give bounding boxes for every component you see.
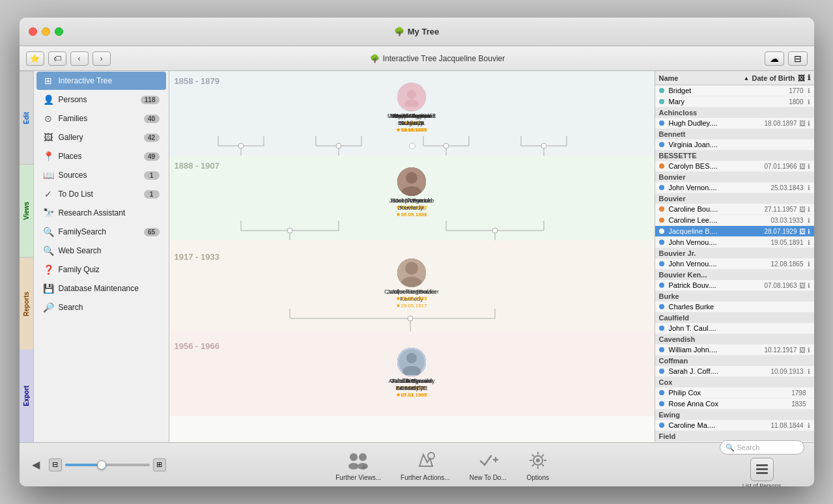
sidebar-tab-views[interactable]: Views — [20, 164, 33, 257]
search-input[interactable]: 🔍 Search — [720, 440, 804, 455]
rp-item-jacqueline-b[interactable]: Jacqueline B.... 28.07.1929 🖼 ℹ — [655, 226, 814, 237]
rp-item-rose-anna-cox[interactable]: Rose Anna Cox 1835 — [655, 399, 814, 410]
further-views-button[interactable]: + Further Views... — [335, 449, 381, 481]
rp-item-john-vernon1[interactable]: John Vernon.... 25.03.1843 ℹ — [655, 182, 814, 193]
svg-line-107 — [542, 464, 544, 466]
person-janet-lee[interactable]: Janet Norton Lee ★03.12.1907 — [386, 167, 438, 210]
rp-item-charles-burke[interactable]: Charles Burke — [655, 301, 814, 313]
breadcrumb-text: Interactive Tree Jacqueline Bouvier — [383, 54, 505, 63]
options-button[interactable]: Options — [526, 449, 550, 481]
sidebar-label-places: Places — [59, 152, 139, 161]
rp-date-mary: 1800 — [789, 98, 803, 105]
new-todo-button[interactable]: New To Do... — [470, 449, 507, 481]
rp-link-bridget[interactable]: ℹ — [808, 87, 810, 94]
sidebar-item-interactive-tree[interactable]: ⊞ Interactive Tree — [36, 72, 166, 90]
sources-icon: 📖 — [43, 170, 53, 180]
right-panel-list[interactable]: Bridget 1770 ℹ Mary 1800 ℹ Achincloss Hu… — [655, 85, 814, 442]
sources-count: 1 — [144, 171, 160, 180]
rp-date-jacqueline-b: 28.07.1929 — [764, 228, 797, 235]
rp-item-patrick-bouv[interactable]: Patrick Bouv.... 07.08.1963 🖼 ℹ — [655, 280, 814, 291]
bookmark-button[interactable]: ⭐ — [26, 51, 44, 66]
rp-link-caroline-lee-bou[interactable]: ℹ — [808, 217, 810, 224]
rp-dot-carolyn-bes — [659, 163, 664, 169]
rp-item-carolyn-bes[interactable]: Carolyn BES.... 07.01.1966 🖼 ℹ — [655, 161, 814, 172]
zoom-in-button[interactable]: ⊞ — [153, 458, 166, 471]
rp-link-sarah-coff[interactable]: ℹ — [808, 368, 810, 375]
list-of-persons-button[interactable] — [750, 458, 774, 481]
rp-link-mary[interactable]: ℹ — [808, 98, 810, 105]
zoom-out-button[interactable]: ⊟ — [49, 458, 62, 471]
forward-button[interactable]: › — [92, 51, 111, 66]
rp-dot-jacqueline-b — [659, 229, 664, 234]
further-views-icon: + — [346, 449, 370, 472]
name-caroline-lee: Caroline Lee Bouvier — [384, 288, 439, 296]
rp-item-william-john[interactable]: William John.... 10.12.1917 🖼 ℹ — [655, 344, 814, 356]
rp-item-caroline-ma[interactable]: Caroline Ma.... 11.08.1844 ℹ — [655, 420, 814, 431]
rp-name-caroline-bou: Caroline Bou.... — [669, 205, 763, 213]
rp-group-bouvier-ken: Bouvier Ken... — [655, 270, 814, 280]
person-caroline-lee[interactable]: Caroline Lee Bouvier ★03.03.1933 — [382, 259, 441, 301]
rp-header-dob: Date of Birth — [752, 74, 795, 82]
rp-dot-william-john — [659, 347, 664, 352]
sidebar-item-places[interactable]: 📍 Places 49 — [36, 147, 166, 165]
back-button[interactable]: ‹ — [70, 51, 89, 66]
sort-icon: ▲ — [744, 75, 750, 81]
cloud-button[interactable]: ☁ — [765, 51, 784, 66]
rp-link-john-vernon1[interactable]: ℹ — [808, 184, 810, 191]
rp-group-bonvier: Bonvier — [655, 172, 814, 182]
rp-link-caroline-ma[interactable]: ℹ — [808, 422, 810, 429]
panel-collapse-icon[interactable]: ◀ — [29, 456, 42, 473]
rp-item-philip-cox[interactable]: Philip Cox 1798 — [655, 387, 814, 399]
rp-item-bridget[interactable]: Bridget 1770 ℹ — [655, 85, 814, 96]
rp-link-carolyn-bes[interactable]: ℹ — [808, 163, 810, 170]
panel-toggle-button[interactable]: ⊟ — [788, 51, 808, 66]
sidebar-item-search[interactable]: 🔎 Search — [36, 298, 166, 316]
close-button[interactable] — [29, 27, 37, 36]
tag-button[interactable]: 🏷 — [48, 51, 66, 66]
rp-link-jacqueline-b[interactable]: ℹ — [808, 228, 810, 235]
rp-item-mary[interactable]: Mary 1800 ℹ — [655, 96, 814, 107]
sidebar-item-todo[interactable]: ✓ To Do List 1 — [36, 185, 166, 203]
rp-link-caroline-bou[interactable]: ℹ — [808, 206, 810, 213]
sidebar-tab-export[interactable]: Export — [20, 350, 33, 442]
rp-item-caroline-bou[interactable]: Caroline Bou.... 27.11.1957 🖼 ℹ — [655, 204, 814, 215]
rp-item-john-caul[interactable]: John T. Caul.... — [655, 323, 814, 334]
zoom-thumb[interactable] — [97, 460, 106, 469]
zoom-slider[interactable] — [65, 464, 150, 466]
sidebar-item-persons[interactable]: 👤 Persons 118 — [36, 91, 166, 109]
sidebar-item-familysearch[interactable]: 🔍 FamilySearch 65 — [36, 223, 166, 241]
rp-dot-john-vernon1 — [659, 185, 664, 190]
rp-date-caroline-bou: 27.11.1957 — [764, 206, 797, 213]
sidebar-item-quiz[interactable]: ❓ Family Quiz — [36, 260, 166, 279]
rp-link-hugh[interactable]: ℹ — [808, 120, 810, 127]
tree-area[interactable]: 1858 - 1879 Patrick Joseph Kennedy ★14.0… — [169, 71, 655, 442]
rp-item-caroline-lee-bou[interactable]: Caroline Lee.... 03.03.1933 ℹ — [655, 215, 814, 226]
sidebar-tab-edit[interactable]: Edit — [20, 71, 33, 164]
rp-link-john-vernou2[interactable]: ℹ — [808, 260, 810, 268]
sidebar-item-gallery[interactable]: 🖼 Gallery 42 — [36, 128, 166, 147]
rp-item-sarah-coff[interactable]: Sarah J. Coff.... 10.09.1913 ℹ — [655, 366, 814, 377]
rp-item-john-vernou2[interactable]: John Vernou.... 12.08.1865 ℹ — [655, 259, 814, 270]
rp-item-hugh-dudley[interactable]: Hugh Dudley.... 18.08.1897 🖼 ℹ — [655, 118, 814, 129]
rp-item-john-vernou-bou[interactable]: John Vernou.... 19.05.1891 ℹ — [655, 237, 814, 248]
sidebar-item-websearch[interactable]: 🔍 Web Search — [36, 242, 166, 260]
rp-name-jacqueline-b: Jacqueline B.... — [669, 227, 763, 235]
fullscreen-button[interactable] — [55, 27, 63, 36]
further-actions-icon — [414, 449, 437, 472]
rp-group-caulfield: Caulfield — [655, 313, 814, 323]
person-patrick-bouvier-kennedy[interactable]: Patrick Bouvier Kennedy ★07.08.1963 — [386, 348, 438, 398]
sidebar-item-research[interactable]: 🔭 Research Assistant — [36, 204, 166, 222]
titlebar: 🌳 My Tree — [20, 18, 814, 46]
rp-link-john-vernou-bou[interactable]: ℹ — [808, 239, 810, 246]
rp-link-patrick-bouv[interactable]: ℹ — [808, 282, 810, 289]
sidebar-item-families[interactable]: ⊙ Families 40 — [36, 109, 166, 128]
rp-item-virginia[interactable]: Virginia Joan.... — [655, 139, 814, 150]
minimize-button[interactable] — [42, 27, 50, 36]
sidebar-tab-reports[interactable]: Reports — [20, 257, 33, 350]
rp-link-william-john[interactable]: ℹ — [808, 346, 810, 354]
further-actions-button[interactable]: Further Actions... — [401, 449, 450, 481]
sidebar-item-dbmaintenance[interactable]: 💾 Database Maintenance — [36, 279, 166, 298]
sidebar-label-research: Research Assistant — [59, 208, 160, 217]
sidebar-item-sources[interactable]: 📖 Sources 1 — [36, 166, 166, 184]
person-margaret-merritt[interactable]: Margaret A. Merritt ★1879 — [388, 83, 436, 126]
